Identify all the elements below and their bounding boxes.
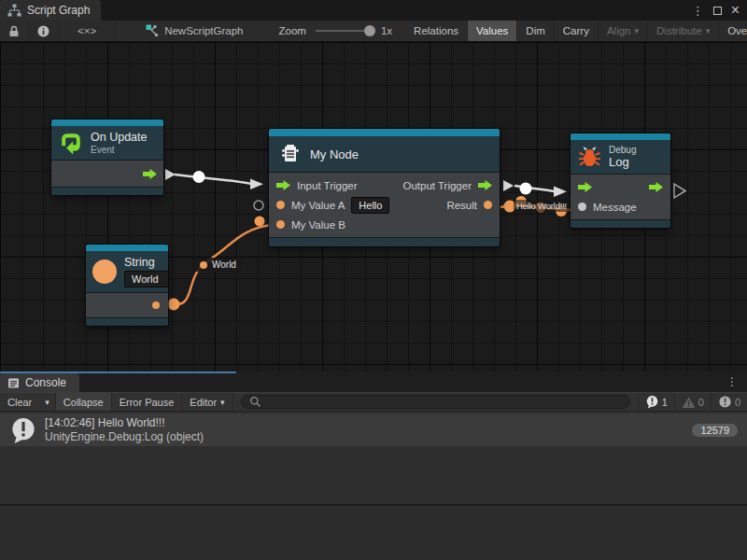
carry-label: Carry (563, 25, 589, 36)
clear-label: Clear (7, 397, 32, 408)
clear-dropdown[interactable]: ▾ (39, 393, 56, 411)
value-output-port[interactable] (152, 301, 160, 309)
wire-end-arrow-icon (554, 187, 567, 198)
value-input-port[interactable] (276, 201, 285, 209)
port-label: My Value A (291, 200, 345, 211)
console-menu-icon[interactable]: ⋮ (717, 371, 747, 392)
flow-input-port[interactable] (276, 180, 290, 190)
unconnected-port-circle (254, 201, 263, 210)
debug-bug-icon (578, 146, 601, 169)
zoom-control: Zoom 1x (279, 25, 399, 36)
carry-button[interactable]: Carry (555, 21, 599, 41)
tab-console[interactable]: Console (0, 373, 79, 392)
port-row: My Value B (269, 215, 500, 234)
wire-start-arrow-icon (503, 180, 514, 191)
zoom-slider-knob[interactable] (364, 25, 375, 36)
dim-label: Dim (526, 25, 544, 36)
on-update-loop-icon (59, 131, 83, 155)
zoom-slider[interactable] (316, 30, 370, 32)
values-button[interactable]: Values (468, 21, 517, 41)
warning-count-toggle[interactable]: 0 (674, 393, 711, 411)
port-row: Input Trigger Output Trigger (269, 175, 500, 195)
node-body (86, 292, 168, 317)
flow-output-port[interactable] (649, 182, 663, 192)
tab-title: Console (25, 376, 66, 389)
window-maximize-icon[interactable] (713, 7, 722, 15)
align-dropdown[interactable]: Align▾ (599, 21, 648, 41)
log-count-toggle[interactable]: 1 (638, 393, 674, 411)
dim-button[interactable]: Dim (517, 21, 554, 41)
distribute-dropdown[interactable]: Distribute▾ (648, 21, 719, 41)
overview-button[interactable]: Overview (719, 21, 747, 41)
graph-asset-reference[interactable]: NewScriptGraph (146, 24, 243, 37)
value-a-field[interactable]: Hello (351, 197, 389, 214)
chevron-down-icon: ▾ (706, 26, 711, 35)
warning-triangle-icon (682, 396, 696, 409)
wire-start-arrow-icon (165, 169, 176, 180)
error-count-toggle[interactable]: 0 (711, 393, 747, 411)
node-accent-bar (571, 133, 670, 140)
value-input-port[interactable] (578, 203, 586, 211)
flow-pulse-dot (193, 171, 205, 183)
value-pulse-dot (168, 299, 180, 311)
log-entry-text: [14:02:46] Hello World!!! UnityEngine.De… (45, 416, 684, 444)
window-close-icon[interactable]: × (731, 3, 740, 18)
wire-end-arrow-icon (250, 179, 263, 190)
unconnected-flow-triangle (674, 184, 685, 198)
chevron-down-icon: ▾ (45, 398, 49, 407)
log-bubble-icon (645, 395, 659, 409)
console-search (241, 395, 630, 409)
flow-output-port[interactable] (143, 169, 157, 179)
search-icon (249, 396, 261, 408)
value-output-port[interactable] (484, 201, 492, 209)
window-menu-icon[interactable]: ⋮ (692, 5, 704, 17)
node-title: On Update (91, 131, 147, 144)
unity-window: Script Graph ⋮ × <×> (0, 0, 747, 560)
relations-button[interactable]: Relations (405, 21, 468, 41)
flow-output-port[interactable] (478, 180, 492, 190)
node-footer (51, 187, 163, 195)
log-entry-row[interactable]: [14:02:46] Hello World!!! UnityEngine.De… (0, 413, 747, 446)
log-bubble-icon (9, 416, 37, 444)
wire-value-label-hello-world: Hello World!!! (514, 200, 570, 212)
node-body: Input Trigger Output Trigger My Value A … (269, 172, 500, 237)
log-entry-line1: [14:02:46] Hello World!!! (45, 416, 684, 430)
node-string-literal[interactable]: String World (86, 245, 168, 326)
console-detail-pane (0, 506, 747, 560)
node-on-update[interactable]: On Update Event (51, 119, 163, 195)
zoom-value: 1x (381, 25, 392, 36)
inspect-button[interactable] (29, 21, 59, 41)
node-accent-bar (269, 129, 500, 136)
console-search-input[interactable] (265, 397, 622, 408)
node-subtitle: Event (91, 145, 147, 155)
port-row: Message (571, 197, 670, 217)
node-footer (571, 219, 670, 228)
node-debug-log[interactable]: Debug Log Message (571, 133, 670, 228)
port-row (571, 177, 670, 197)
error-pause-toggle[interactable]: Error Pause (112, 393, 183, 411)
error-circle-icon (718, 395, 732, 409)
editor-dropdown[interactable]: Editor▾ (182, 393, 233, 411)
clear-button[interactable]: Clear (0, 393, 39, 411)
window-controls: ⋮ × (692, 0, 747, 21)
info-icon (37, 25, 49, 37)
chevron-down-icon: ▾ (635, 26, 640, 35)
chevron-down-icon: ▾ (220, 398, 225, 407)
edit-code-button[interactable]: <×> (59, 21, 116, 41)
collapse-toggle[interactable]: Collapse (56, 393, 112, 411)
error-pause-label: Error Pause (120, 397, 175, 408)
value-pulse-dot (255, 217, 265, 227)
graph-canvas[interactable]: On Update Event String World (0, 42, 747, 371)
lock-button[interactable] (0, 21, 29, 41)
lock-icon (8, 25, 20, 37)
flow-input-port[interactable] (578, 182, 592, 192)
value-input-port[interactable] (276, 220, 285, 229)
wire-on-update-to-my-node[interactable] (175, 175, 252, 184)
string-value-field[interactable]: World (124, 271, 169, 287)
console-tab-bar: Console ⋮ (0, 371, 747, 392)
tab-script-graph[interactable]: Script Graph (0, 0, 101, 21)
port-row: My Value A Hello Result (269, 195, 500, 215)
error-count: 0 (735, 397, 740, 408)
node-my-node[interactable]: My Node Input Trigger Output Trigger My … (269, 129, 500, 246)
port-label: Input Trigger (297, 180, 358, 191)
